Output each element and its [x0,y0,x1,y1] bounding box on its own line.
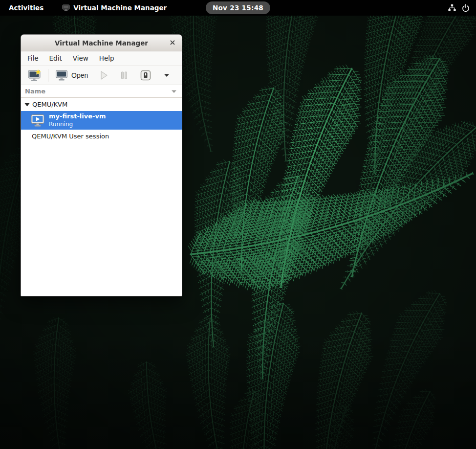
play-icon [100,70,108,80]
shutdown-button[interactable] [137,68,154,83]
focused-app-menu[interactable]: Virtual Machine Manager [62,4,167,12]
desktop: Activities Virtual Machine Manager Nov 2… [0,0,476,449]
clock-button[interactable]: Nov 23 15:48 [206,1,270,14]
focused-app-title: Virtual Machine Manager [73,4,167,12]
vm-row-my-first-live-vm[interactable]: my-first-live-vm Running [21,111,182,130]
vmm-window: Virtual Machine Manager × File Edit View… [21,34,182,296]
monitor-play-icon [30,114,45,127]
expander-triangle-icon[interactable] [24,103,30,107]
menu-view[interactable]: View [67,51,94,65]
vm-labels: my-first-live-vm Running [49,112,106,128]
connection-row-qemu-kvm-user-session[interactable]: QEMU/KVM User session [21,130,182,143]
shutdown-menu-button[interactable] [161,71,173,79]
vm-name: my-first-live-vm [49,112,106,120]
vm-status: Running [49,121,106,128]
wired-network-icon[interactable] [448,3,456,12]
menu-help[interactable]: Help [94,51,120,65]
menu-edit[interactable]: Edit [44,51,67,65]
caret-down-icon [163,73,170,78]
close-button[interactable]: × [166,36,179,49]
menu-file[interactable]: File [22,51,44,65]
vm-app-icon [62,4,70,11]
open-button-label: Open [71,71,88,79]
connection-row-qemu-kvm[interactable]: QEMU/KVM [21,98,182,111]
monitor-icon [55,69,68,81]
power-switch-icon [140,69,151,81]
system-status-area [448,0,470,16]
window-titlebar[interactable]: Virtual Machine Manager × [21,35,182,51]
run-button[interactable] [97,69,111,82]
vm-tree: QEMU/KVM my-first-live-vm Running QEMU/K… [21,98,182,296]
activities-button[interactable]: Activities [9,4,43,12]
column-header-label: Name [25,88,45,95]
window-title: Virtual Machine Manager [55,39,148,47]
toolbar: Open [21,66,182,85]
sort-caret-icon [171,90,177,93]
open-button[interactable]: Open [53,68,90,83]
top-bar: Activities Virtual Machine Manager Nov 2… [0,0,476,16]
power-icon[interactable] [461,3,470,12]
menu-bar: File Edit View Help [21,51,182,66]
pause-button[interactable] [118,69,130,81]
toolbar-separator [48,69,48,82]
pause-icon [120,71,128,80]
connection-label: QEMU/KVM User session [32,133,109,140]
connection-label: QEMU/KVM [32,101,67,108]
column-header-name[interactable]: Name [21,85,182,98]
new-vm-button[interactable] [25,67,44,83]
monitor-new-star-icon [27,69,42,82]
